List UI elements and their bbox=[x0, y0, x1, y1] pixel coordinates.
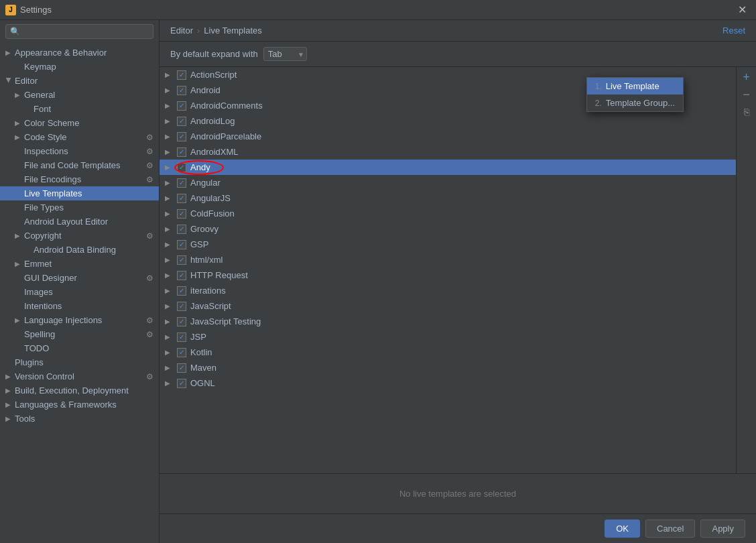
coldfusion-checkbox[interactable] bbox=[177, 209, 186, 219]
javascript-checkbox[interactable] bbox=[177, 302, 186, 311]
sidebar-item-editor[interactable]: ▶Editor bbox=[0, 74, 159, 88]
ok-button[interactable]: OK bbox=[605, 520, 640, 538]
right-toolbar: + − ⎘ bbox=[736, 67, 756, 473]
andy-checkbox[interactable] bbox=[177, 163, 186, 172]
template-group-ognl[interactable]: ▶OGNL bbox=[160, 375, 736, 391]
sidebar-item-label-keymap: Keymap bbox=[24, 62, 56, 72]
template-group-jsp[interactable]: ▶JSP bbox=[160, 329, 736, 345]
close-button[interactable]: ✕ bbox=[734, 2, 751, 17]
jsp-expand-icon: ▶ bbox=[165, 333, 173, 341]
sidebar-item-spelling[interactable]: Spelling⚙ bbox=[0, 327, 159, 341]
sidebar-item-tools[interactable]: ▶Tools bbox=[0, 412, 159, 426]
andy-expand-icon: ▶ bbox=[165, 164, 173, 171]
sidebar-item-keymap[interactable]: Keymap bbox=[0, 60, 159, 74]
template-group-javascript-testing[interactable]: ▶JavaScript Testing bbox=[160, 314, 736, 329]
sidebar-item-label-file-types: File Types bbox=[24, 202, 64, 213]
template-group-andy[interactable]: ▶Andy bbox=[160, 160, 736, 175]
androidcomments-checkbox[interactable] bbox=[177, 101, 186, 111]
iterations-name: iterations bbox=[190, 286, 226, 296]
context-menu-item-live-template[interactable]: 1.Live Template bbox=[587, 78, 683, 95]
sidebar-item-live-templates[interactable]: Live Templates bbox=[0, 186, 159, 200]
android-checkbox[interactable] bbox=[177, 86, 186, 95]
sidebar-item-label-build-execution: Build, Execution, Deployment bbox=[15, 385, 129, 396]
search-input[interactable] bbox=[23, 27, 149, 36]
sidebar-item-gui-designer[interactable]: GUI Designer⚙ bbox=[0, 271, 159, 285]
sidebar-item-intentions[interactable]: Intentions bbox=[0, 299, 159, 313]
template-group-http-request[interactable]: ▶HTTP Request bbox=[160, 267, 736, 283]
template-group-iterations[interactable]: ▶iterations bbox=[160, 283, 736, 298]
coldfusion-name: ColdFusion bbox=[190, 208, 235, 219]
template-group-maven[interactable]: ▶Maven bbox=[160, 360, 736, 375]
javascript-testing-checkbox[interactable] bbox=[177, 317, 186, 326]
sidebar-item-file-code-templates[interactable]: File and Code Templates⚙ bbox=[0, 158, 159, 172]
sidebar-item-copyright[interactable]: ▶Copyright⚙ bbox=[0, 229, 159, 243]
gsp-checkbox[interactable] bbox=[177, 240, 186, 249]
sidebar-item-build-execution[interactable]: ▶Build, Execution, Deployment bbox=[0, 383, 159, 398]
context-menu: 1.Live Template2.Template Group... bbox=[586, 77, 684, 112]
template-group-html-xml[interactable]: ▶html/xml bbox=[160, 252, 736, 267]
groovy-checkbox[interactable] bbox=[177, 225, 186, 234]
sidebar-item-file-encodings[interactable]: File Encodings⚙ bbox=[0, 172, 159, 186]
actionscript-expand-icon: ▶ bbox=[165, 71, 173, 78]
sidebar-item-images[interactable]: Images bbox=[0, 285, 159, 299]
sidebar-item-label-tools: Tools bbox=[15, 414, 35, 424]
ognl-checkbox[interactable] bbox=[177, 379, 186, 388]
actionscript-checkbox[interactable] bbox=[177, 70, 186, 80]
androidparcelable-checkbox[interactable] bbox=[177, 132, 186, 141]
copy-button[interactable]: ⎘ bbox=[739, 105, 754, 119]
sidebar-item-android-layout-editor[interactable]: Android Layout Editor bbox=[0, 215, 159, 229]
androidxml-checkbox[interactable] bbox=[177, 147, 186, 157]
template-group-angular[interactable]: ▶Angular bbox=[160, 175, 736, 190]
template-group-angularjs[interactable]: ▶AngularJS bbox=[160, 190, 736, 206]
sidebar-item-appearance[interactable]: ▶Appearance & Behavior bbox=[0, 46, 159, 60]
html-xml-checkbox[interactable] bbox=[177, 255, 186, 265]
sidebar-item-color-scheme[interactable]: ▶Color Scheme bbox=[0, 116, 159, 130]
sidebar-item-todo[interactable]: TODO bbox=[0, 341, 159, 355]
kotlin-checkbox[interactable] bbox=[177, 348, 186, 357]
search-box[interactable]: 🔍 bbox=[5, 24, 153, 39]
sidebar-item-label-todo: TODO bbox=[24, 343, 49, 353]
iterations-checkbox[interactable] bbox=[177, 286, 186, 296]
angularjs-checkbox[interactable] bbox=[177, 194, 186, 203]
sidebar-item-inspections[interactable]: Inspections⚙ bbox=[0, 144, 159, 158]
template-group-androidparcelable[interactable]: ▶AndroidParcelable bbox=[160, 129, 736, 144]
sidebar-item-emmet[interactable]: ▶Emmet bbox=[0, 257, 159, 271]
sidebar-item-code-style[interactable]: ▶Code Style⚙ bbox=[0, 130, 159, 144]
template-group-coldfusion[interactable]: ▶ColdFusion bbox=[160, 206, 736, 221]
jsp-checkbox[interactable] bbox=[177, 333, 186, 342]
tools-arrow-icon: ▶ bbox=[5, 415, 12, 422]
sidebar-item-language-injections[interactable]: ▶Language Injections⚙ bbox=[0, 313, 159, 327]
sidebar-item-languages-frameworks[interactable]: ▶Languages & Frameworks bbox=[0, 398, 159, 412]
html-xml-name: html/xml bbox=[190, 255, 223, 265]
html-xml-expand-icon: ▶ bbox=[165, 256, 173, 263]
cancel-button[interactable]: Cancel bbox=[645, 520, 695, 538]
template-group-androidlog[interactable]: ▶AndroidLog bbox=[160, 113, 736, 129]
template-group-gsp[interactable]: ▶GSP bbox=[160, 237, 736, 252]
androidparcelable-expand-icon: ▶ bbox=[165, 133, 173, 140]
androidlog-checkbox[interactable] bbox=[177, 117, 186, 126]
http-request-checkbox[interactable] bbox=[177, 271, 186, 280]
code-style-arrow-icon: ▶ bbox=[15, 133, 21, 141]
title-bar: J Settings ✕ bbox=[0, 0, 756, 20]
sidebar-item-label-android-layout-editor: Android Layout Editor bbox=[24, 217, 108, 227]
sidebar-item-font[interactable]: Font bbox=[0, 102, 159, 116]
maven-checkbox[interactable] bbox=[177, 363, 186, 373]
sidebar-item-label-file-code-templates: File and Code Templates bbox=[24, 160, 121, 170]
template-group-javascript[interactable]: ▶JavaScript bbox=[160, 298, 736, 314]
sidebar-item-general[interactable]: ▶General bbox=[0, 88, 159, 102]
sidebar-item-version-control[interactable]: ▶Version Control⚙ bbox=[0, 369, 159, 383]
context-menu-item-template-group[interactable]: 2.Template Group... bbox=[587, 95, 683, 111]
remove-button[interactable]: − bbox=[739, 87, 754, 102]
apply-button[interactable]: Apply bbox=[700, 520, 745, 538]
angular-checkbox[interactable] bbox=[177, 178, 186, 188]
template-group-androidxml[interactable]: ▶AndroidXML bbox=[160, 144, 736, 160]
menu-label-live-template: Live Template bbox=[606, 81, 659, 91]
add-button[interactable]: + bbox=[739, 70, 754, 84]
sidebar-item-plugins[interactable]: Plugins bbox=[0, 355, 159, 369]
sidebar-item-file-types[interactable]: File Types bbox=[0, 200, 159, 215]
expand-select[interactable]: Tab Enter Space bbox=[263, 47, 307, 61]
template-group-groovy[interactable]: ▶Groovy bbox=[160, 221, 736, 237]
sidebar-item-android-data-binding[interactable]: Android Data Binding bbox=[0, 243, 159, 257]
template-group-kotlin[interactable]: ▶Kotlin bbox=[160, 345, 736, 360]
reset-button[interactable]: Reset bbox=[722, 25, 745, 36]
